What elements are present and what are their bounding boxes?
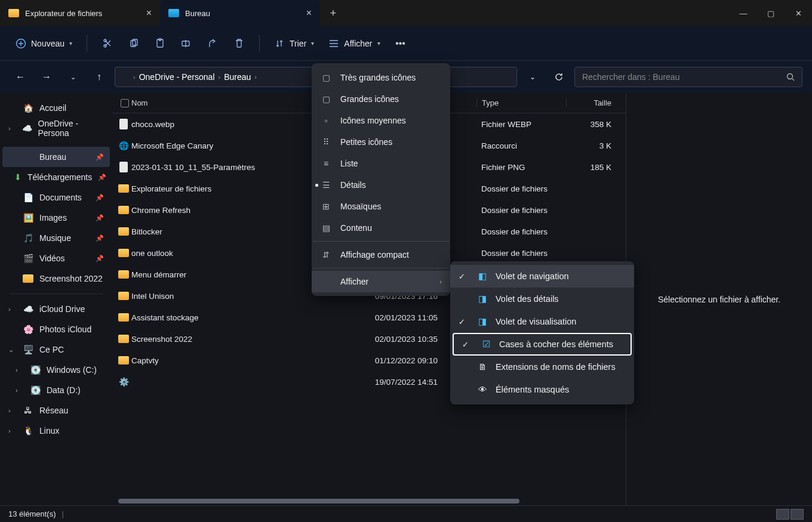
- rename-button[interactable]: [174, 33, 198, 54]
- menu-item-details-pane[interactable]: ◨Volet des détails: [450, 288, 634, 310]
- status-bar: 13 élément(s) |: [0, 505, 812, 522]
- horizontal-scrollbar[interactable]: [118, 497, 620, 505]
- menu-item-content[interactable]: ▤Contenu: [312, 217, 450, 239]
- paste-button[interactable]: [148, 33, 172, 54]
- chevron-right-icon[interactable]: ›: [8, 305, 17, 313]
- menu-item-details[interactable]: ☰Détails: [312, 174, 450, 196]
- chevron-down-icon: ▾: [377, 40, 380, 47]
- select-all-checkbox[interactable]: [112, 99, 129, 107]
- sidebar-item-icloud-drive[interactable]: ›☁️iCloud Drive: [2, 299, 110, 319]
- sidebar-item-music[interactable]: 🎵Musique📌: [2, 228, 110, 248]
- menu-item-checkboxes[interactable]: ✓☑Cases à cocher des éléments: [453, 333, 632, 356]
- back-button[interactable]: ←: [10, 66, 31, 88]
- folder-icon: [118, 184, 129, 193]
- column-type[interactable]: Type: [476, 98, 566, 107]
- sidebar-item-images[interactable]: 🖼️Images📌: [2, 208, 110, 228]
- pane-icon: ◨: [476, 317, 488, 326]
- svg-point-8: [788, 74, 793, 79]
- sort-button[interactable]: Trier ▾: [268, 35, 320, 52]
- sidebar-item-home[interactable]: 🏠Accueil: [2, 98, 110, 118]
- cut-button[interactable]: [96, 33, 119, 54]
- more-button[interactable]: •••: [389, 33, 413, 54]
- menu-item-nav-pane[interactable]: ✓◧Volet de navigation: [450, 265, 634, 288]
- chevron-right-icon[interactable]: ›: [16, 366, 24, 373]
- menu-item-extensions[interactable]: 🗎Extensions de noms de fichiers: [450, 356, 634, 378]
- folder-icon: [118, 270, 129, 279]
- menu-item-show[interactable]: Afficher›: [312, 271, 450, 292]
- sidebar-item-desktop[interactable]: Bureau📌: [2, 147, 110, 167]
- sidebar-item-network[interactable]: ›🖧Réseau: [2, 400, 110, 421]
- file-type: Fichier PNG: [476, 163, 566, 172]
- network-icon: 🖧: [23, 405, 33, 416]
- view-details-button[interactable]: [776, 509, 789, 520]
- sidebar-item-videos[interactable]: 🎬Vidéos📌: [2, 248, 110, 268]
- chevron-down-icon[interactable]: ⌄: [8, 346, 17, 354]
- forward-button[interactable]: →: [36, 66, 57, 88]
- sidebar-item-screenshot[interactable]: Screenshot 2022: [2, 268, 110, 289]
- new-button[interactable]: Nouveau ▾: [10, 35, 78, 52]
- view-icons-button[interactable]: [791, 509, 804, 520]
- delete-button[interactable]: [227, 33, 251, 54]
- search-input[interactable]: Rechercher dans : Bureau: [574, 67, 802, 87]
- minimize-button[interactable]: —: [730, 0, 757, 26]
- menu-item-preview-pane[interactable]: ✓◨Volet de visualisation: [450, 310, 634, 333]
- menu-item-list[interactable]: ≡Liste: [312, 153, 450, 174]
- photos-icon: 🌸: [23, 324, 33, 335]
- chevron-right-icon[interactable]: ›: [8, 125, 16, 132]
- control-panel-icon: ⚙️: [119, 377, 129, 387]
- sidebar-item-drive-d[interactable]: ›💽Data (D:): [2, 380, 110, 400]
- close-icon[interactable]: ×: [146, 8, 152, 18]
- sidebar-item-drive-c[interactable]: ›💽Windows (C:): [2, 360, 110, 380]
- pin-icon: 📌: [96, 214, 104, 222]
- chevron-right-icon[interactable]: ›: [16, 387, 24, 394]
- sidebar-item-onedrive[interactable]: ›☁️OneDrive - Persona: [2, 118, 110, 138]
- menu-item-hidden[interactable]: 👁Éléments masqués: [450, 378, 634, 401]
- sidebar-item-linux[interactable]: ›🐧Linux: [2, 421, 110, 441]
- new-label: Nouveau: [31, 39, 64, 48]
- column-size[interactable]: Taille: [566, 98, 616, 107]
- drive-icon: 💽: [30, 365, 41, 375]
- show-submenu: ✓◧Volet de navigation ◨Volet des détails…: [450, 261, 634, 404]
- sidebar-item-downloads[interactable]: ⬇Téléchargements📌: [2, 167, 110, 187]
- menu-item-s-icons[interactable]: ⠿Petites icônes: [312, 131, 450, 153]
- new-tab-button[interactable]: +: [320, 0, 346, 26]
- breadcrumb-segment[interactable]: Bureau: [224, 72, 251, 82]
- menu-item-l-icons[interactable]: ▢Grandes icônes: [312, 88, 450, 110]
- file-type: Dossier de fichiers: [476, 184, 566, 193]
- close-icon[interactable]: ×: [306, 8, 312, 18]
- title-bar: Explorateur de fichiers × Bureau × + — ▢…: [0, 0, 812, 26]
- icloud-icon: ☁️: [23, 304, 33, 314]
- copy-button[interactable]: [122, 33, 146, 54]
- chevron-right-icon[interactable]: ›: [8, 427, 17, 434]
- sort-label: Trier: [290, 39, 306, 48]
- sidebar-item-icloud-photos[interactable]: 🌸Photos iCloud: [2, 319, 110, 339]
- divider: [10, 294, 103, 294]
- recent-button[interactable]: ⌄: [62, 66, 84, 88]
- menu-item-xl-icons[interactable]: ▢Très grandes icônes: [312, 67, 450, 88]
- view-label: Afficher: [344, 39, 372, 48]
- up-button[interactable]: ↑: [88, 66, 110, 88]
- tab-explorer[interactable]: Explorateur de fichiers ×: [0, 0, 160, 26]
- window-controls: — ▢ ✕: [730, 0, 812, 26]
- details-icon: ☰: [320, 180, 332, 190]
- tab-bureau[interactable]: Bureau ×: [160, 0, 320, 26]
- menu-item-m-icons[interactable]: ▫Icônes moyennes: [312, 110, 450, 131]
- sort-icon: [274, 38, 285, 49]
- close-button[interactable]: ✕: [785, 0, 812, 26]
- chevron-right-icon[interactable]: ›: [8, 407, 17, 414]
- breadcrumb-dropdown[interactable]: ⌄: [522, 66, 543, 88]
- menu-item-tiles[interactable]: ⊞Mosaïques: [312, 196, 450, 217]
- breadcrumb-segment[interactable]: OneDrive - Personal: [139, 72, 215, 82]
- view-button[interactable]: Afficher ▾: [322, 35, 386, 52]
- refresh-button[interactable]: [548, 66, 570, 88]
- menu-item-compact[interactable]: ⇵Affichage compact: [312, 244, 450, 265]
- view-menu: ▢Très grandes icônes ▢Grandes icônes ▫Ic…: [312, 63, 450, 296]
- maximize-button[interactable]: ▢: [757, 0, 785, 26]
- sidebar-item-documents[interactable]: 📄Documents📌: [2, 187, 110, 208]
- scrollbar-thumb[interactable]: [118, 499, 519, 504]
- sidebar-item-thispc[interactable]: ⌄🖥️Ce PC: [2, 339, 110, 360]
- chevron-right-icon: ›: [254, 73, 257, 81]
- folder-icon: [8, 9, 19, 17]
- folder-icon: [118, 249, 129, 257]
- share-button[interactable]: [201, 33, 224, 54]
